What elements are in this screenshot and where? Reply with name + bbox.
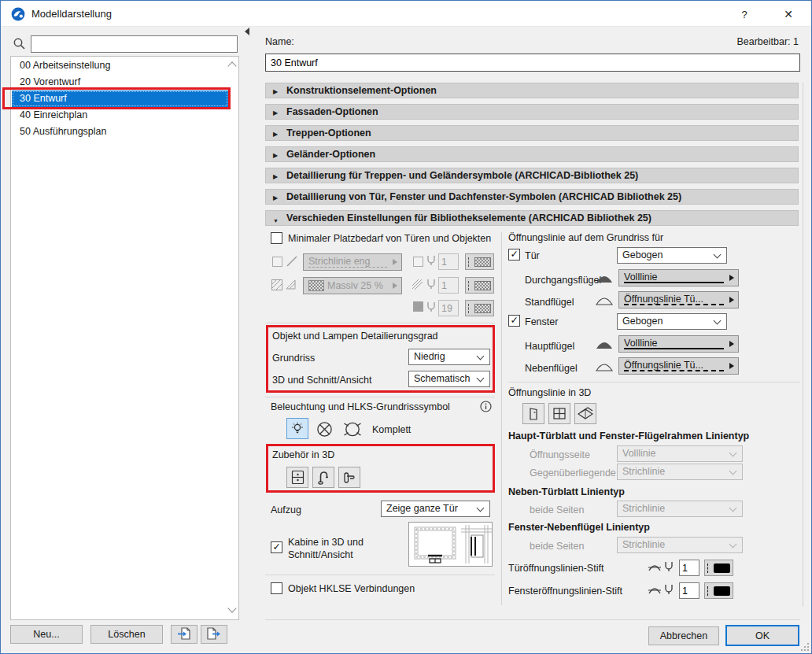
list-item-selected[interactable]: 30 Entwurf (12, 91, 228, 107)
view-settings-list[interactable]: 00 Arbeitseinstellung 20 Vorentwurf 30 E… (10, 56, 239, 620)
elevator-label: Aufzug (271, 504, 301, 515)
background-fill-icon (413, 301, 423, 312)
pen-icon (663, 583, 674, 595)
skylight-3d-button[interactable] (574, 403, 596, 424)
side-door-title: Neben-Türblatt Linientyp (508, 486, 625, 497)
window-sash-combo: Strichlinie (617, 537, 743, 553)
line-pen-field (438, 253, 459, 270)
min-space-checkbox[interactable] (271, 232, 282, 244)
hlks-symbol-icon[interactable] (341, 421, 364, 438)
gegenueberliegende-combo: Strichlinie (617, 464, 743, 480)
fill-pen-hatch-icon (412, 279, 424, 291)
door-checkbox[interactable] (508, 249, 520, 260)
section-verschieden-bibliothek[interactable]: ▼Verschieden Einstellungen für Bibliothe… (265, 210, 799, 226)
window-opening-pen-swatch[interactable] (704, 582, 733, 599)
lighting-full-symbol-button[interactable] (286, 418, 308, 439)
scroll-up-icon[interactable] (227, 61, 236, 70)
window-checkbox[interactable] (508, 315, 520, 327)
line-pen-swatch (465, 253, 494, 270)
search-icon (13, 37, 26, 50)
chevron-down-icon: ▼ (273, 214, 279, 226)
help-button[interactable]: ? (733, 5, 756, 23)
delete-button[interactable]: Löschen (90, 625, 163, 644)
import-icon (177, 627, 191, 640)
section-konstruktionselement[interactable]: ▶Konstruktionselement-Optionen (265, 83, 799, 98)
search-input[interactable] (31, 35, 238, 53)
collapse-panel-icon[interactable] (245, 28, 249, 35)
durchgangsfluegel-linetype[interactable]: Volllinie (618, 269, 739, 286)
import-button[interactable] (171, 625, 197, 644)
door-handle-icon (342, 471, 356, 485)
lightbulb-icon (290, 422, 304, 436)
opening-line-outline-icon (596, 361, 613, 371)
pen-icon (426, 301, 437, 312)
fill-pen-field (438, 277, 459, 294)
window-opening-pen-field[interactable] (679, 582, 699, 599)
elevator-preview (408, 522, 493, 567)
nebenfluegel-linetype[interactable]: Öffnungslinie Tü... (618, 357, 739, 375)
faucet-accessory-button[interactable] (312, 467, 334, 488)
chevron-right-icon: ▶ (273, 106, 278, 120)
elevator-combo[interactable]: Zeige ganze Tür (381, 501, 490, 517)
linetype-flyout-disabled: Strichlinie eng (303, 253, 402, 271)
info-icon[interactable] (480, 401, 492, 412)
pen-icon (663, 560, 674, 572)
list-item[interactable]: 20 Vorentwurf (12, 74, 227, 91)
scroll-down-icon[interactable] (227, 604, 236, 612)
door-opening-pen-swatch[interactable] (704, 560, 733, 576)
fill-alt-icon (285, 279, 297, 291)
door-label: Tür (525, 250, 540, 261)
window-opening-combo[interactable]: Gebogen (617, 313, 727, 330)
window-label: Fenster (525, 316, 558, 327)
detail-group-title: Objekt und Lampen Detailierungsgrad (272, 331, 438, 342)
door-opening-combo[interactable]: Gebogen (617, 247, 727, 264)
chevron-right-icon: ▶ (273, 191, 278, 205)
resize-grip[interactable] (800, 642, 809, 651)
section-detail-treppen[interactable]: ▶Detaillierung für Treppen- und Geländer… (265, 168, 799, 183)
window-3d-button[interactable] (548, 403, 570, 424)
section-detail-tuer-fenster[interactable]: ▶Detaillierung von Tür, Fenster und Dach… (265, 189, 799, 205)
gegenueberliegende-label: Gegenüberliegende ... (530, 467, 627, 478)
dialog-title: Modelldarstellung (31, 8, 112, 20)
list-item[interactable]: 40 Einreichplan (12, 107, 227, 124)
schnitt-label: 3D und Schnitt/Ansicht (272, 375, 371, 386)
section-treppen[interactable]: ▶Treppen-Optionen (265, 125, 799, 141)
standfluegel-label: Standflügel (525, 297, 574, 308)
list-item[interactable]: 00 Arbeitseinstellung (12, 57, 227, 74)
door-opening-pen-field[interactable] (679, 560, 699, 576)
door-3d-button[interactable] (522, 403, 544, 424)
opening-line-solid-icon (596, 273, 613, 283)
list-item[interactable]: 50 Ausführungsplan (12, 124, 227, 140)
editable-count: Bearbeitbar: 1 (736, 36, 799, 47)
close-button[interactable]: ✕ (777, 5, 800, 23)
cancel-button[interactable]: Abbrechen (648, 626, 719, 645)
ok-button[interactable]: OK (725, 625, 799, 646)
standfluegel-linetype[interactable]: Öffnungslinie Tü... (618, 291, 739, 309)
symbol-circle-x-icon[interactable] (316, 421, 333, 438)
door-handle-accessory-button[interactable] (338, 467, 360, 488)
section-gelaender[interactable]: ▶Geländer-Optionen (265, 146, 799, 162)
schnitt-combo[interactable]: Schematisch (408, 371, 490, 387)
grundriss-combo[interactable]: Niedrig (408, 349, 490, 365)
opening-line-solid-icon (596, 339, 613, 349)
export-button[interactable] (201, 625, 227, 644)
hklse-label: Objekt HKLSE Verbindungen (288, 583, 415, 594)
side-door-combo: Strichlinie (617, 501, 743, 517)
nebenfluegel-label: Nebenflügel (525, 363, 578, 374)
cabin-label-line1: Kabine in 3D und (288, 537, 364, 548)
faucet-icon (317, 470, 330, 485)
hauptfluegel-linetype[interactable]: Volllinie (618, 335, 739, 353)
new-button[interactable]: Neu... (10, 625, 83, 644)
opening-line-title: Öffnungslinie auf dem Grundriss für (508, 232, 663, 243)
hklse-checkbox[interactable] (271, 582, 282, 594)
cabin-checkbox[interactable] (271, 541, 282, 553)
chevron-right-icon: ▶ (273, 85, 278, 98)
name-input[interactable] (265, 54, 800, 72)
pen-checkbox-disabled (413, 257, 423, 267)
window-opening-pen-label: Fensteröffnungslinien-Stift (508, 586, 622, 597)
cabinet-accessory-button[interactable] (286, 467, 308, 488)
section-fassaden[interactable]: ▶Fassaden-Optionen (265, 104, 799, 120)
model-view-options-dialog: Modelldarstellung ? ✕ 00 Arbeitseinstell… (0, 0, 812, 654)
door-opening-pen-label: Türöffnungslinien-Stift (508, 563, 603, 574)
fill-flyout-disabled: Massiv 25 % (303, 277, 402, 294)
